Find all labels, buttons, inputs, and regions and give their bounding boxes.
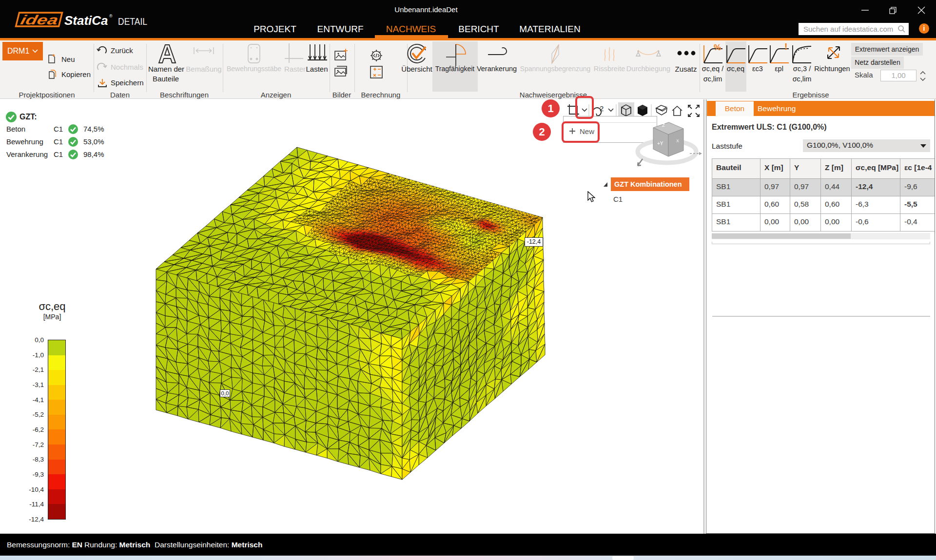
svg-text:DETAIL: DETAIL bbox=[118, 16, 147, 27]
svg-text:2: 2 bbox=[600, 104, 604, 113]
svg-text:%: % bbox=[714, 43, 721, 52]
svg-text:idea: idea bbox=[19, 12, 60, 27]
svg-text:!: ! bbox=[784, 43, 787, 52]
svg-text:X: X bbox=[676, 138, 679, 143]
svg-text:Z: Z bbox=[662, 123, 665, 128]
svg-text:+Y: +Y bbox=[657, 141, 663, 146]
svg-text:StatiCa: StatiCa bbox=[64, 13, 108, 28]
svg-text:®: ® bbox=[109, 14, 113, 19]
